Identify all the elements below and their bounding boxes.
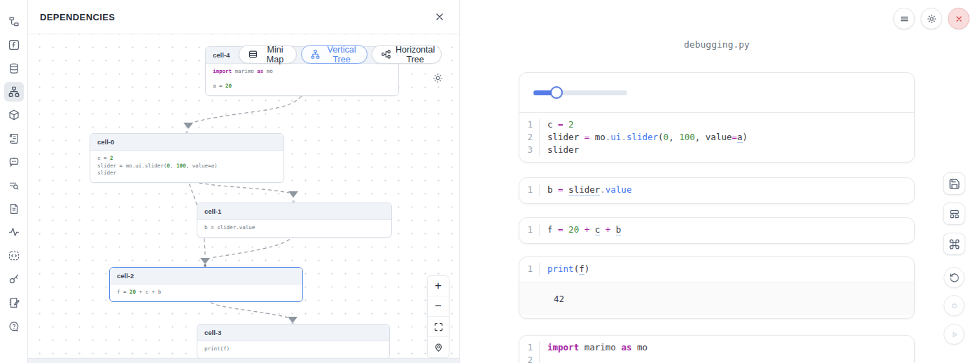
line-number: 1 xyxy=(519,184,539,196)
slider-widget[interactable] xyxy=(533,90,627,95)
panel-scrollbar-track[interactable] xyxy=(28,358,459,363)
notebook-settings-button[interactable] xyxy=(920,8,942,29)
sidebar-item-snippets[interactable] xyxy=(4,199,24,219)
vertical-tree-label: Vertical Tree xyxy=(325,45,358,64)
node-code: c = 2slider = mo.ui.slider(0, 100, value… xyxy=(90,151,284,182)
keyboard-shortcuts-button[interactable] xyxy=(943,233,965,255)
close-panel-button[interactable] xyxy=(431,8,448,25)
locate-node-button[interactable] xyxy=(428,337,449,357)
sidebar-item-dependency-graph[interactable] xyxy=(4,82,24,102)
horizontal-tree-label: Horizontal Tree xyxy=(396,45,435,64)
cell-output-slider xyxy=(519,73,914,113)
horizontal-tree-button[interactable]: Horizontal Tree xyxy=(372,45,442,64)
sidebar-item-secrets[interactable] xyxy=(4,269,24,289)
cell-editor[interactable]: 1f = 20 + c + b xyxy=(519,218,914,242)
file-tree-icon xyxy=(8,15,20,28)
cell-editor[interactable]: 1import marimo as mo2 xyxy=(519,336,914,363)
hamburger-menu-icon xyxy=(899,13,910,25)
sidebar-item-help[interactable] xyxy=(4,317,24,336)
graph-node-cell-1[interactable]: cell-1 b = slider.value xyxy=(197,203,392,238)
gear-icon xyxy=(926,13,937,25)
undo-icon xyxy=(949,273,960,283)
package-icon xyxy=(8,109,20,121)
function-icon xyxy=(8,39,20,51)
cell-editor[interactable]: 1print(f) xyxy=(519,257,914,282)
graph-node-cell-2[interactable]: cell-2 f = 20 + c + b xyxy=(109,267,303,302)
cell-editor[interactable]: 1c = 22slider = mo.ui.slider(0, 100, val… xyxy=(519,113,914,163)
vertical-tree-icon xyxy=(310,49,321,60)
icon-sidebar xyxy=(0,0,28,363)
code-line: 1import marimo as mo xyxy=(519,341,914,354)
code-line: 1c = 2 xyxy=(519,118,914,131)
line-number: 2 xyxy=(519,354,539,363)
code-line: 2slider = mo.ui.slider(0, 100, value=a) xyxy=(519,131,914,144)
command-icon xyxy=(948,238,960,250)
dependencies-panel: DEPENDENCIES xyxy=(28,0,460,363)
graph-node-cell-0[interactable]: cell-0 c = 2slider = mo.ui.slider(0, 100… xyxy=(90,133,284,183)
vertical-tree-button[interactable]: Vertical Tree xyxy=(301,45,368,64)
scroll-icon xyxy=(8,132,20,145)
plus-icon: + xyxy=(435,279,442,293)
code-line: 1b = slider.value xyxy=(519,184,914,196)
code-box-icon xyxy=(8,249,20,262)
code-line: a = 20 xyxy=(213,83,391,90)
run-button[interactable] xyxy=(944,324,965,345)
gear-icon xyxy=(432,72,444,84)
sidebar-item-file-explorer[interactable] xyxy=(4,12,24,32)
document-icon xyxy=(8,203,20,215)
activity-icon xyxy=(8,226,20,238)
line-number: 3 xyxy=(519,144,539,156)
dependency-graph-icon xyxy=(8,85,20,98)
save-button[interactable] xyxy=(943,172,965,195)
horizontal-tree-icon xyxy=(381,49,391,60)
code-line: slider = mo.ui.slider(0, 100, value=a) xyxy=(97,163,276,170)
line-number: 1 xyxy=(519,263,539,275)
mini-map-button[interactable]: Mini Map xyxy=(239,45,297,64)
notebook-cell: 1c = 22slider = mo.ui.slider(0, 100, val… xyxy=(519,72,915,163)
shutdown-button[interactable] xyxy=(948,8,969,29)
map-pin-icon xyxy=(433,342,444,352)
notebook-cell: 1b = slider.value xyxy=(519,177,915,204)
sidebar-item-tracing[interactable] xyxy=(4,222,24,242)
dependencies-title: DEPENDENCIES xyxy=(40,12,115,22)
sidebar-item-variables[interactable] xyxy=(4,35,24,55)
sidebar-item-packages[interactable] xyxy=(4,105,24,125)
stop-icon xyxy=(949,301,960,311)
close-icon xyxy=(434,11,445,22)
cell-editor[interactable]: 1b = slider.value xyxy=(519,178,914,203)
line-number: 1 xyxy=(519,341,539,354)
cell-console-output: 42 xyxy=(519,282,914,315)
help-icon xyxy=(8,320,20,333)
code-line: 1print(f) xyxy=(519,263,914,275)
line-number: 1 xyxy=(519,224,539,236)
chat-icon xyxy=(8,156,20,168)
graph-zoom-controls: + − xyxy=(427,275,449,358)
code-line: import marimo as mo xyxy=(213,68,391,76)
database-icon xyxy=(8,62,20,75)
minus-icon: − xyxy=(435,299,442,313)
slider-thumb[interactable] xyxy=(550,86,563,99)
node-code: f = 20 + c + b xyxy=(110,285,302,301)
code-line: 3slider xyxy=(519,144,914,156)
notebook-cell: 1print(f) 42 xyxy=(519,256,915,319)
code-line: slider xyxy=(97,170,276,177)
zoom-out-button[interactable]: − xyxy=(428,296,449,317)
notebook-cell: 1f = 20 + c + b xyxy=(519,217,915,244)
layout-toggle-button[interactable] xyxy=(943,203,965,225)
sidebar-item-scratchpad[interactable] xyxy=(4,293,24,313)
graph-node-cell-3[interactable]: cell-3 print(f) xyxy=(197,324,390,359)
sidebar-item-code-panel[interactable] xyxy=(4,246,24,266)
zoom-in-button[interactable]: + xyxy=(428,276,449,296)
sidebar-item-outline-search[interactable] xyxy=(4,176,24,196)
key-icon xyxy=(8,273,20,285)
sidebar-item-ai-chat[interactable] xyxy=(4,152,24,172)
notebook-menu-button[interactable] xyxy=(893,8,915,29)
graph-settings-button[interactable] xyxy=(432,71,444,84)
fit-view-button[interactable] xyxy=(428,317,449,337)
sidebar-item-datasources[interactable] xyxy=(4,59,24,78)
stop-button[interactable] xyxy=(944,295,965,316)
close-icon xyxy=(953,13,965,25)
line-number: 2 xyxy=(519,131,539,144)
undo-button[interactable] xyxy=(944,267,965,288)
sidebar-item-logs[interactable] xyxy=(4,129,24,149)
